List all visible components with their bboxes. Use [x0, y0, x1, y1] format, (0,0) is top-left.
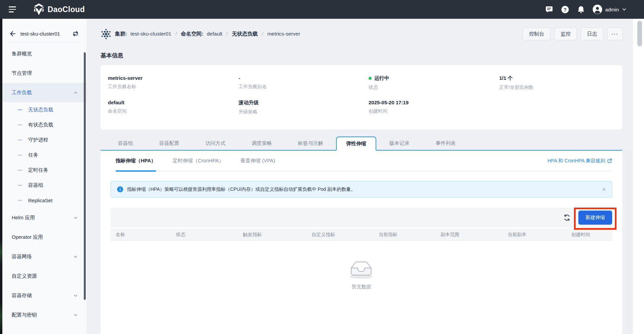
dash-icon	[18, 109, 22, 110]
breadcrumb-workload-name: metrics-server	[267, 31, 300, 37]
alert-close-button[interactable]: ×	[602, 186, 606, 192]
field-status: 运行中 状态	[369, 75, 499, 91]
app-window: DaoCloud ?	[0, 0, 644, 334]
workload-actions: 控制台 监控 日志 ···	[523, 27, 623, 40]
chevron-down-icon	[622, 7, 627, 12]
arrow-left-icon	[9, 30, 16, 37]
window-edge-strip	[0, 19, 2, 334]
tab-scheduling-policy[interactable]: 调度策略	[239, 136, 285, 150]
switch-cluster-button[interactable]	[72, 30, 79, 37]
column-trigger-metric: 触发指标	[243, 232, 312, 238]
page-scrollbar-thumb[interactable]	[637, 21, 642, 46]
column-created-time: 创建时间	[571, 232, 590, 238]
chevron-down-icon	[73, 313, 78, 317]
empty-state: 暂无数据	[111, 258, 612, 290]
sidebar-item-operator-apps[interactable]: Operator 应用	[2, 227, 86, 247]
empty-inbox-icon	[347, 258, 376, 280]
sidebar-item-daemonsets[interactable]: 守护进程	[2, 132, 86, 148]
console-button[interactable]: 控制台	[523, 27, 551, 40]
breadcrumb-workload-type[interactable]: 无状态负载	[232, 31, 258, 38]
hpa-toolbar: 新建伸缩	[111, 208, 612, 227]
basic-info-card: metrics-server 工作负载名称 - 工作负载别名 运行中 状态 1/…	[101, 65, 622, 129]
username: admin	[605, 7, 619, 12]
chevron-down-icon	[73, 216, 78, 220]
help-button[interactable]: ?	[561, 5, 569, 14]
detail-tabs: 容器组 容器配置 访问方式 调度策略 标签与注解 弹性伸缩 版本记录 事件列表	[101, 136, 622, 151]
sidebar-header: test-sku-cluster01	[2, 19, 86, 37]
field-workload-alias: - 工作负载别名	[239, 75, 369, 91]
chevron-up-icon	[73, 91, 78, 95]
brand-name: DaoCloud	[48, 5, 85, 14]
field-workload-name: metrics-server 工作负载名称	[108, 75, 239, 91]
tab-container-config[interactable]: 容器配置	[146, 136, 192, 150]
subtab-cronhpa[interactable]: 定时伸缩（CronHPA）	[173, 151, 224, 171]
external-link-icon	[607, 158, 612, 163]
sidebar-item-jobs[interactable]: 任务	[2, 148, 86, 163]
sidebar-item-helm-apps[interactable]: Helm 应用	[2, 208, 86, 227]
monitor-button[interactable]: 监控	[554, 27, 577, 40]
info-icon	[117, 186, 123, 192]
subtab-hpa[interactable]: 指标伸缩（HPA）	[116, 151, 156, 171]
sidebar-item-config-secrets[interactable]: 配置与密钥	[2, 305, 86, 325]
chevron-down-icon	[73, 293, 78, 298]
tab-revision-history[interactable]: 版本记录	[376, 136, 423, 150]
page-header-row: 集群: test-sku-cluster01 / 命名空间: default /…	[101, 27, 623, 41]
basic-info-title: 基本信息	[101, 52, 123, 59]
sidebar-item-workloads[interactable]: 工作负载	[2, 83, 86, 102]
refresh-button[interactable]	[563, 214, 571, 222]
dash-icon	[18, 170, 22, 171]
content-scrollbar[interactable]	[625, 151, 632, 334]
sidebar-item-statefulsets[interactable]: 有状态负载	[2, 117, 86, 132]
dash-icon	[18, 185, 22, 186]
hpa-cronhpa-rules-link[interactable]: HPA 和 CronHPA 兼容规则	[548, 158, 612, 164]
sidebar-scrollbar[interactable]	[84, 52, 86, 300]
tab-autoscaling[interactable]: 弹性伸缩	[336, 136, 376, 151]
sidebar-item-cluster-overview[interactable]: 集群概览	[2, 44, 86, 63]
tab-labels-annotations[interactable]: 标签与注解	[285, 136, 336, 150]
main-panel: 集群: test-sku-cluster01 / 命名空间: default /…	[86, 19, 633, 334]
subtab-vpa[interactable]: 垂直伸缩 (VPA)	[241, 151, 275, 171]
column-status: 状态	[176, 232, 243, 238]
user-icon	[593, 5, 602, 14]
sidebar-item-custom-resources[interactable]: 自定义资源	[2, 266, 86, 286]
dash-icon	[18, 140, 22, 141]
message-icon	[545, 5, 553, 13]
messages-button[interactable]	[545, 5, 553, 13]
breadcrumb-namespace-value[interactable]: default	[207, 31, 222, 37]
cluster-dots-icon	[101, 29, 112, 40]
sidebar-item-pods[interactable]: 容器组	[2, 178, 86, 193]
user-menu[interactable]: admin	[593, 5, 627, 14]
page-scrollbar[interactable]	[634, 19, 644, 334]
menu-toggle-button[interactable]	[9, 6, 17, 13]
dash-icon	[18, 200, 22, 201]
field-instances: 1/1 个 正常/全部实例数	[499, 75, 622, 91]
column-current-replicas: 当前副本	[508, 232, 571, 238]
sidebar-menu: 集群概览 节点管理 工作负载 无状态负载 有状态负载 守护进程 任务 定时任务 …	[2, 43, 86, 325]
column-name: 名称	[116, 232, 176, 238]
autoscaling-subtabs: 指标伸缩（HPA） 定时伸缩（CronHPA） 垂直伸缩 (VPA) HPA 和…	[111, 151, 612, 171]
tab-access-method[interactable]: 访问方式	[192, 136, 239, 150]
field-upgrade-strategy: 滚动升级 升级策略	[239, 100, 369, 115]
create-hpa-button[interactable]: 新建伸缩	[578, 211, 612, 225]
status-dot-running	[369, 77, 372, 80]
breadcrumb-separator: /	[175, 31, 178, 37]
column-current-metric: 当前指标	[379, 232, 441, 238]
more-actions-button[interactable]: ···	[607, 27, 623, 40]
brand-logo[interactable]: DaoCloud	[34, 3, 85, 15]
tab-event-list[interactable]: 事件列表	[423, 136, 469, 150]
logs-button[interactable]: 日志	[581, 27, 603, 40]
navbar-actions: ? admin	[545, 5, 644, 14]
sidebar-item-cronjobs[interactable]: 定时任务	[2, 163, 86, 178]
top-navbar: DaoCloud ?	[0, 0, 644, 19]
sidebar-item-container-network[interactable]: 容器网络	[2, 247, 86, 266]
breadcrumb-cluster-value[interactable]: test-sku-cluster01	[130, 31, 171, 37]
sidebar-item-node-management[interactable]: 节点管理	[2, 63, 86, 83]
sidebar-item-container-storage[interactable]: 容器存储	[2, 286, 86, 305]
sidebar-item-deployments[interactable]: 无状态负载	[2, 102, 86, 117]
tab-pods[interactable]: 容器组	[105, 136, 146, 150]
back-button[interactable]	[9, 30, 16, 37]
sidebar-item-replicasets[interactable]: ReplicaSet	[2, 193, 86, 208]
refresh-icon	[563, 214, 571, 222]
notifications-button[interactable]	[577, 5, 585, 13]
help-icon: ?	[561, 5, 569, 14]
